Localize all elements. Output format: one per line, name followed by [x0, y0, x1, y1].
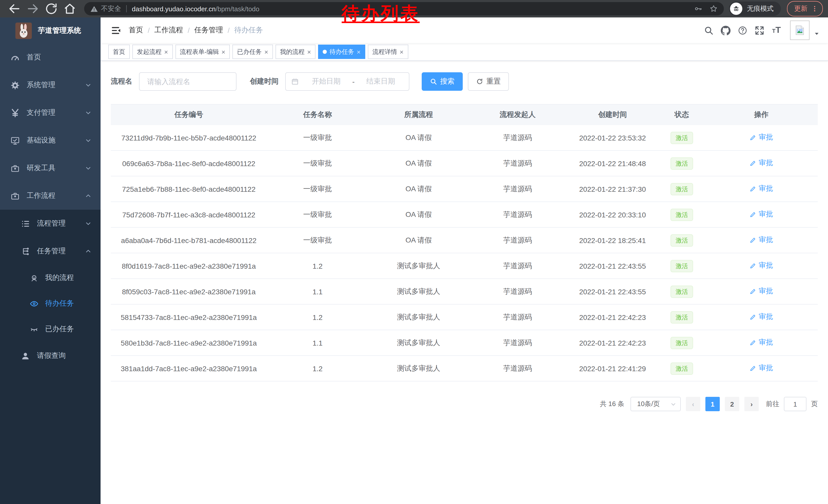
password-key-icon[interactable]: [694, 5, 702, 13]
goto-page-input[interactable]: [784, 397, 806, 411]
tab-my-process[interactable]: 我的流程 ×: [276, 45, 316, 59]
task-name-cell: 1.1: [267, 287, 368, 295]
task-id-cell: 75d72608-7b7f-11ec-a3c8-acde48001122: [111, 211, 267, 219]
font-size-icon[interactable]: TT: [768, 25, 785, 35]
fullscreen-icon[interactable]: [751, 22, 768, 39]
sidebar-item-label: 系统管理: [27, 81, 55, 90]
pagination: 共 16 条 10条/页 ‹ 1 2 › 前往 页: [111, 397, 818, 411]
sidebar-item-label: 已办任务: [45, 325, 74, 334]
end-date-placeholder[interactable]: 结束日期: [358, 77, 404, 86]
table-row: 8f0d1619-7ac8-11ec-a9e2-a2380e71991a 1.2…: [111, 253, 818, 279]
date-range-picker[interactable]: 开始日期 - 结束日期: [285, 72, 409, 91]
prev-page-button[interactable]: ‹: [686, 397, 700, 411]
page-size-value: 10条/页: [637, 400, 660, 409]
task-name-cell: 一级审批: [267, 159, 368, 168]
sidebar-item-done-tasks[interactable]: 已办任务: [0, 316, 100, 342]
sidebar-item-todo-tasks[interactable]: 待办任务: [0, 291, 100, 316]
browser-home-button[interactable]: [63, 2, 76, 15]
process-name-input[interactable]: [139, 72, 237, 91]
security-label[interactable]: 不安全: [101, 4, 121, 13]
approve-button[interactable]: 审批: [749, 159, 773, 168]
breadcrumb-item[interactable]: 工作流程: [155, 26, 183, 35]
browser-update-button[interactable]: 更新: [787, 1, 823, 16]
create-time-cell: 2022-01-22 21:37:30: [566, 185, 659, 193]
close-icon[interactable]: ×: [221, 48, 225, 55]
browser-forward-button[interactable]: [26, 2, 40, 15]
goto-suffix: 页: [811, 400, 818, 409]
sidebar-item-process-management[interactable]: 流程管理: [0, 210, 100, 237]
approve-button[interactable]: 审批: [749, 261, 773, 270]
app-logo[interactable]: 芋道管理系统: [0, 17, 100, 44]
close-icon[interactable]: ×: [164, 48, 168, 55]
column-header: 任务编号: [111, 110, 267, 120]
approve-label: 审批: [759, 210, 773, 219]
not-secure-warning-icon[interactable]: [90, 5, 98, 12]
approve-button[interactable]: 审批: [749, 236, 773, 245]
sidebar-item-my-process[interactable]: 我的流程: [0, 265, 100, 291]
sidebar-item-dev-tools[interactable]: 研发工具: [0, 154, 100, 182]
search-icon: [430, 78, 437, 85]
approve-button[interactable]: 审批: [749, 133, 773, 142]
sidebar-item-system[interactable]: 系统管理: [0, 71, 100, 99]
approve-label: 审批: [759, 133, 773, 142]
approve-button[interactable]: 审批: [749, 184, 773, 193]
reset-button[interactable]: 重置: [468, 72, 509, 91]
approve-button[interactable]: 审批: [749, 313, 773, 322]
task-name-cell: 1.2: [267, 364, 368, 372]
approve-button[interactable]: 审批: [749, 338, 773, 348]
sidebar-item-infrastructure[interactable]: 基础设施: [0, 127, 100, 154]
status-badge: 激活: [670, 209, 693, 221]
close-icon[interactable]: ×: [357, 48, 361, 55]
close-icon[interactable]: ×: [307, 48, 311, 55]
breadcrumb: 首页 / 工作流程 / 任务管理 / 待办任务: [129, 26, 263, 35]
close-icon[interactable]: ×: [400, 48, 404, 55]
process-name-label: 流程名: [111, 77, 132, 86]
approve-button[interactable]: 审批: [749, 287, 773, 296]
filter-bar: 流程名 创建时间 开始日期 - 结束日期: [111, 72, 818, 91]
sidebar-item-leave-query[interactable]: 请假查询: [0, 342, 100, 370]
search-icon[interactable]: [700, 22, 717, 39]
approve-button[interactable]: 审批: [749, 364, 773, 373]
task-id-cell: 725a1eb6-7b88-11ec-8ef0-acde48001122: [111, 185, 267, 193]
sidebar-item-home[interactable]: 首页: [0, 44, 100, 71]
tab-process-form-edit[interactable]: 流程表单-编辑 ×: [175, 45, 230, 59]
approve-label: 审批: [759, 287, 773, 296]
page-content: 流程名 创建时间 开始日期 - 结束日期: [100, 61, 828, 504]
starter-cell: 芋道源码: [469, 133, 566, 142]
user-avatar[interactable]: [790, 20, 810, 40]
total-count: 共 16 条: [600, 400, 624, 409]
browser-reload-button[interactable]: [45, 2, 58, 15]
sidebar-fold-icon[interactable]: [111, 25, 122, 36]
caret-down-icon[interactable]: [814, 31, 820, 37]
process-cell: OA 请假: [368, 184, 469, 193]
tab-home[interactable]: 首页: [108, 45, 130, 59]
tab-done-tasks[interactable]: 已办任务 ×: [233, 45, 273, 59]
approve-label: 审批: [759, 159, 773, 168]
page-button-1[interactable]: 1: [705, 397, 720, 411]
page-size-select[interactable]: 10条/页: [630, 397, 681, 411]
approve-button[interactable]: 审批: [749, 210, 773, 219]
breadcrumb-item[interactable]: 首页: [129, 26, 143, 35]
sidebar-item-task-management[interactable]: 任务管理: [0, 237, 100, 265]
browser-menu-icon[interactable]: [811, 5, 818, 12]
bookmark-star-icon[interactable]: [709, 5, 718, 13]
tab-label: 首页: [113, 47, 125, 56]
close-icon[interactable]: ×: [264, 48, 268, 55]
github-icon[interactable]: [717, 22, 734, 39]
browser-back-button[interactable]: [8, 2, 21, 15]
sidebar-item-workflow[interactable]: 工作流程: [0, 182, 100, 210]
breadcrumb-item[interactable]: 任务管理: [195, 26, 223, 35]
omnibox-divider: [126, 5, 127, 12]
search-button[interactable]: 搜索: [422, 72, 463, 91]
tab-start-process[interactable]: 发起流程 ×: [132, 45, 173, 59]
help-icon[interactable]: [734, 22, 751, 39]
table-header: 任务编号 任务名称 所属流程 流程发起人 创建时间 状态 操作: [111, 104, 818, 125]
tab-todo-tasks[interactable]: 待办任务 ×: [318, 45, 365, 59]
sidebar-item-payment[interactable]: 支付管理: [0, 99, 100, 127]
next-page-button[interactable]: ›: [744, 397, 759, 411]
tab-process-detail[interactable]: 流程详情 ×: [368, 45, 408, 59]
sidebar-item-label: 我的流程: [45, 273, 74, 282]
update-label[interactable]: 更新: [794, 4, 808, 13]
page-button-2[interactable]: 2: [725, 397, 739, 411]
start-date-placeholder[interactable]: 开始日期: [303, 77, 349, 86]
